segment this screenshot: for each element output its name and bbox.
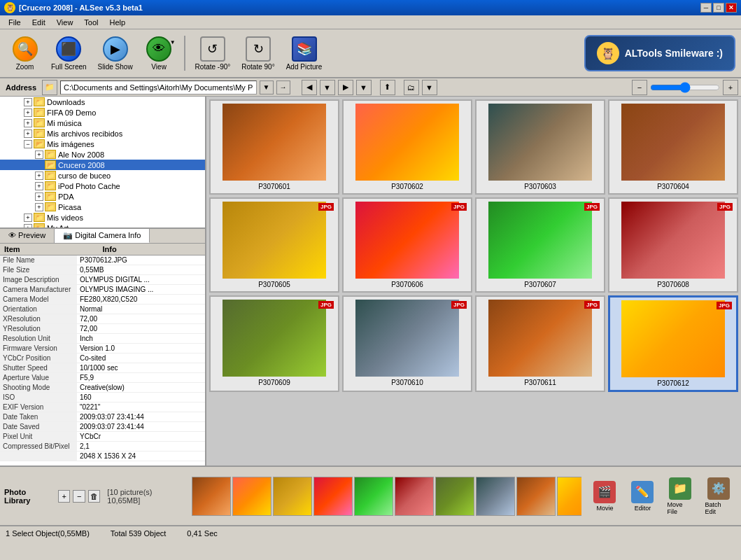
tree-item-buceo[interactable]: + 📁 curso de buceo: [0, 170, 205, 181]
tree-item-fifa[interactable]: + 📁 FIFA 09 Demo: [0, 107, 205, 118]
tree-item-picasa[interactable]: + 📁 Picasa: [0, 202, 205, 212]
strip-thumbnail[interactable]: [557, 477, 582, 516]
library-remove-btn[interactable]: −: [73, 490, 85, 503]
toggle-videos[interactable]: +: [24, 214, 32, 222]
back-dropdown[interactable]: ▼: [320, 80, 335, 95]
info-cell-item: Image Description: [0, 275, 77, 285]
info-cell-value: "0221": [77, 402, 205, 412]
tree-item-musica[interactable]: + 📁 Mi música: [0, 118, 205, 128]
folder-view-btn[interactable]: 🗂: [404, 80, 419, 95]
info-cell-value: OLYMPUS DIGITAL ...: [77, 275, 205, 285]
toggle-downloads[interactable]: +: [24, 98, 32, 106]
tree-item-myart[interactable]: + 📁 My Art: [0, 223, 205, 227]
tree-item-ale[interactable]: + 📁 Ale Nov 2008: [0, 149, 205, 160]
batchedit-button[interactable]: ⚙️ Batch Edit: [700, 475, 737, 518]
toggle-pda[interactable]: +: [35, 192, 43, 201]
strip-thumbnail[interactable]: [192, 477, 231, 516]
address-input[interactable]: [60, 80, 256, 94]
strip-thumbnail[interactable]: [313, 477, 353, 516]
library-delete-btn[interactable]: 🗑: [88, 490, 100, 503]
menu-file[interactable]: File: [3, 17, 27, 28]
rotate-right-button[interactable]: ↻ Rotate 90°: [237, 34, 278, 74]
tree-label-pda: PDA: [58, 192, 74, 201]
editor-button[interactable]: ✏️ Editor: [625, 478, 660, 514]
tree-item-pda[interactable]: + 📁 PDA: [0, 191, 205, 202]
toggle-fifa[interactable]: +: [24, 108, 32, 117]
info-cell-item: EXIF Version: [0, 402, 77, 412]
photo-library-bar: Photo Library + − 🗑 [10 picture(s) 10,65…: [0, 465, 741, 525]
tab-preview[interactable]: 👁 Preview: [0, 229, 55, 243]
zoom-in-btn[interactable]: +: [723, 80, 738, 95]
tree-label-imagenes: Mis imágenes: [47, 140, 94, 148]
menu-view[interactable]: View: [51, 17, 79, 28]
zoom-slider[interactable]: [650, 82, 720, 93]
strip-thumbnail[interactable]: [395, 477, 434, 516]
image-label: P3070605: [258, 281, 290, 288]
preview-icon: 👁: [8, 231, 16, 239]
forward-dropdown[interactable]: ▼: [356, 80, 372, 95]
tree-item-archivos[interactable]: + 📁 Mis archivos recibidos: [0, 128, 205, 139]
toggle-buceo[interactable]: +: [35, 172, 43, 180]
slideshow-button[interactable]: ▶ Slide Show: [94, 34, 137, 74]
image-cell[interactable]: JPG P3070608: [608, 197, 738, 293]
image-cell[interactable]: P3070602: [342, 99, 472, 195]
strip-thumbnail[interactable]: [435, 477, 474, 516]
strip-thumbnail[interactable]: [516, 477, 556, 516]
tree-item-crucero[interactable]: 📂 Crucero 2008: [0, 160, 205, 170]
jpg-badge: JPG: [451, 301, 467, 309]
image-cell[interactable]: P3070603: [475, 99, 605, 195]
address-dropdown-btn[interactable]: ▼: [260, 80, 274, 94]
info-header: Item Info: [0, 244, 205, 255]
image-cell[interactable]: JPG P3070605: [209, 197, 339, 293]
zoom-out-btn[interactable]: −: [632, 80, 647, 95]
image-cell[interactable]: JPG P3070609: [209, 295, 339, 392]
movefile-button[interactable]: 📁 Move File: [663, 475, 698, 518]
zoom-button[interactable]: 🔍 Zoom: [6, 34, 44, 74]
folder-icon-btn[interactable]: 📁: [42, 80, 57, 95]
tree-item-downloads[interactable]: + 📁 Downloads: [0, 97, 205, 107]
address-go-btn[interactable]: →: [276, 80, 290, 94]
close-button[interactable]: ✕: [726, 3, 737, 13]
image-cell[interactable]: JPG P3070607: [475, 197, 605, 293]
menu-help[interactable]: Help: [104, 17, 132, 28]
add-picture-button[interactable]: 📚 Add Picture: [282, 34, 327, 74]
forward-button[interactable]: ▶: [338, 80, 353, 95]
toggle-imagenes[interactable]: −: [24, 140, 32, 148]
strip-thumbnail[interactable]: [273, 477, 312, 516]
minimize-button[interactable]: ─: [700, 3, 712, 13]
up-folder-button[interactable]: ⬆: [380, 80, 395, 95]
movie-button[interactable]: 🎬 Movie: [587, 478, 622, 514]
rotate-left-button[interactable]: ↺ Rotate -90°: [191, 34, 235, 74]
strip-thumbnail[interactable]: [232, 477, 271, 516]
menu-tool[interactable]: Tool: [78, 17, 104, 28]
toggle-musica[interactable]: +: [24, 119, 32, 127]
info-cell-value: FE280,X820,C520: [77, 295, 205, 304]
fullscreen-button[interactable]: ⬛ Full Screen: [47, 34, 91, 74]
image-cell[interactable]: P3070604: [608, 99, 738, 195]
tree-item-imagenes[interactable]: − 📂 Mis imágenes: [0, 139, 205, 149]
maximize-button[interactable]: □: [713, 3, 724, 13]
toggle-ipod[interactable]: +: [35, 182, 43, 190]
info-cell-value: 0,55MB: [77, 265, 205, 275]
image-cell[interactable]: P3070601: [209, 99, 339, 195]
toggle-ale[interactable]: +: [35, 150, 43, 159]
strip-thumbnail[interactable]: [476, 477, 515, 516]
image-cell[interactable]: JPG P3070610: [342, 295, 472, 392]
strip-thumbnail[interactable]: [354, 477, 393, 516]
tree-item-videos[interactable]: + 📁 Mis videos: [0, 212, 205, 223]
image-cell[interactable]: JPG P3070606: [342, 197, 472, 293]
image-cell[interactable]: JPG P3070612: [608, 295, 738, 392]
tab-camera-label: Digital Camera Info: [75, 231, 141, 239]
image-cell[interactable]: JPG P3070611: [475, 295, 605, 392]
tab-camera-info[interactable]: 📷 Digital Camera Info: [55, 229, 150, 243]
info-cell-value: 2,1: [77, 442, 205, 451]
library-add-btn[interactable]: +: [58, 490, 70, 503]
toggle-archivos[interactable]: +: [24, 130, 32, 138]
view-button[interactable]: 👁 View ▼: [140, 34, 178, 74]
info-row: Date Saved2009:03:07 23:41:44: [0, 422, 205, 432]
tree-item-ipod[interactable]: + 📁 iPod Photo Cache: [0, 181, 205, 191]
folder-view-dropdown[interactable]: ▼: [422, 80, 437, 95]
menu-edit[interactable]: Edit: [27, 17, 51, 28]
toggle-picasa[interactable]: +: [35, 203, 43, 211]
back-button[interactable]: ◀: [302, 80, 317, 95]
